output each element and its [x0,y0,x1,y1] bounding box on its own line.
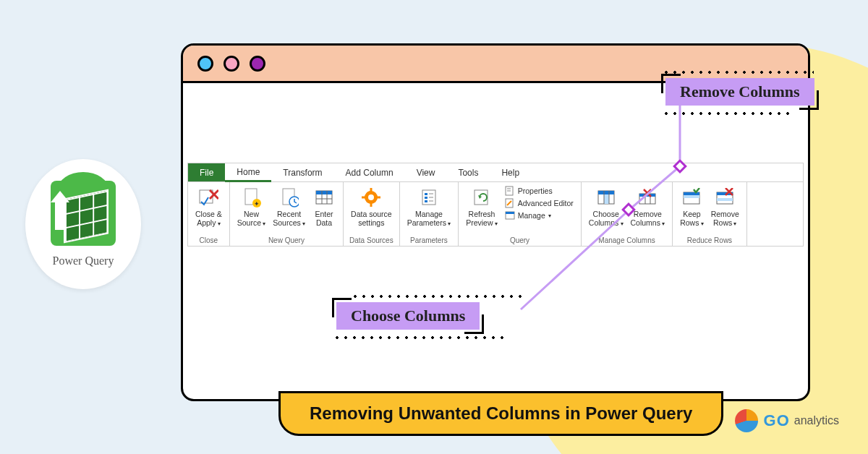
choose-columns-button[interactable]: Choose Columns [586,185,626,228]
group-label-manage-columns: Manage Columns [586,235,668,244]
window-control-dot[interactable] [224,56,239,72]
window-control-dot[interactable] [197,56,213,72]
ribbon-tabs: File Home Transform Add Column View Tool… [188,163,803,182]
callout-remove-columns: Remove Columns [665,78,814,106]
group-label-parameters: Parameters [404,235,454,244]
properties-icon [505,186,515,196]
decoration-dots [351,295,524,298]
tab-add-column[interactable]: Add Column [334,163,405,181]
window-control-dot[interactable] [250,56,265,72]
close-apply-icon [197,187,219,208]
page-title-banner: Removing Unwanted Columns in Power Query [278,391,723,436]
group-label-query: Query [463,235,576,244]
power-query-icon [51,181,116,246]
enter-data-button[interactable]: Enter Data [310,185,339,228]
remove-columns-icon [637,187,658,208]
pie-icon [735,409,758,432]
advanced-editor-button[interactable]: Advanced Editor [502,197,576,209]
decoration-dots [333,336,506,339]
group-label-new-query: New Query [234,235,339,244]
tab-help[interactable]: Help [490,163,531,181]
manage-parameters-button[interactable]: Manage Parameters [404,185,454,228]
enter-data-icon [313,187,335,208]
ribbon-body: Close & Apply Close ✦ New Source [188,182,803,246]
remove-rows-button[interactable]: Remove Rows [708,185,742,228]
keep-rows-button[interactable]: Keep Rows [677,185,707,228]
group-label-reduce-rows: Reduce Rows [677,235,742,244]
brand-analytics: analytics [794,414,839,427]
recent-sources-icon [278,187,300,208]
brand-go: GO [764,411,790,430]
svg-rect-42 [684,192,699,195]
recent-sources-button[interactable]: Recent Sources [270,185,308,228]
svg-rect-19 [425,197,427,199]
svg-text:✦: ✦ [254,200,260,207]
svg-point-12 [368,194,374,200]
choose-columns-icon [595,187,617,208]
decoration-dots [662,71,814,74]
tab-home[interactable]: Home [225,163,271,182]
manage-icon [505,210,515,220]
parameters-icon [418,187,440,208]
refresh-preview-button[interactable]: Refresh Preview [463,185,501,228]
svg-rect-31 [506,212,514,214]
group-close: Close & Apply Close [188,182,230,246]
svg-rect-7 [316,191,332,194]
group-data-sources: Data source settings Data Sources [344,182,400,246]
tab-view[interactable]: View [405,163,447,181]
gear-icon [360,187,382,208]
ribbon: File Home Transform Add Column View Tool… [187,163,804,247]
brand-logo: GO analytics [735,409,839,432]
keep-rows-icon [681,187,702,208]
svg-rect-34 [604,194,609,204]
group-query: Refresh Preview Properties Advanced Edit… [459,182,582,246]
manage-button[interactable]: Manage ▾ [502,210,576,221]
group-label-close: Close [192,235,225,244]
svg-rect-43 [684,195,699,198]
new-source-icon: ✦ [241,187,263,208]
tab-transform[interactable]: Transform [271,163,333,181]
tab-tools[interactable]: Tools [446,163,490,181]
tab-file[interactable]: File [188,163,225,181]
group-new-query: ✦ New Source Recent Sources [230,182,344,246]
remove-rows-icon [714,187,736,208]
new-source-button[interactable]: ✦ New Source [234,185,269,228]
close-apply-button[interactable]: Close & Apply [192,185,225,228]
logo-label: Power Query [53,254,114,267]
refresh-icon [471,187,493,208]
power-query-logo: Power Query [25,159,141,289]
svg-rect-33 [598,191,614,194]
data-source-settings-button[interactable]: Data source settings [348,185,395,228]
group-label-data-sources: Data Sources [348,235,395,244]
svg-rect-20 [425,200,427,202]
editor-icon [505,198,515,208]
decoration-dots [662,112,792,115]
callout-choose-columns: Choose Columns [336,302,480,330]
svg-rect-46 [717,198,733,201]
svg-rect-18 [425,193,427,195]
properties-button[interactable]: Properties [502,185,576,197]
group-reduce-rows: Keep Rows Remove Rows Reduce Rows [673,182,747,246]
group-parameters: Manage Parameters Parameters [400,182,459,246]
